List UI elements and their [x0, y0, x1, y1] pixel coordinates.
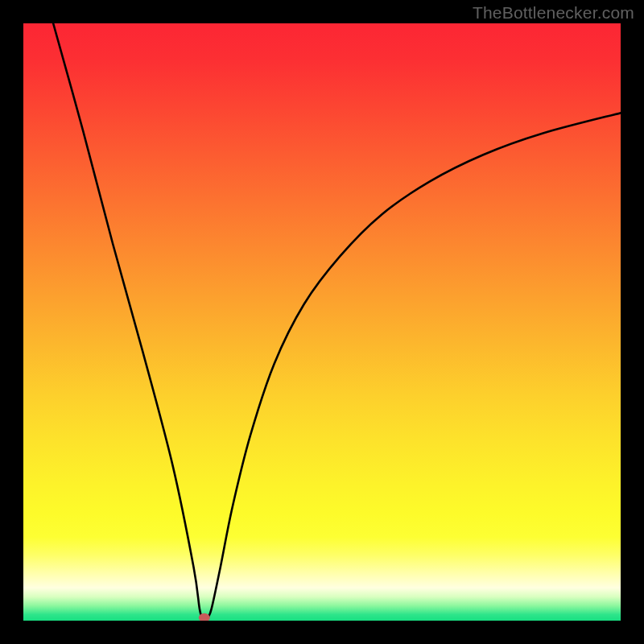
source-watermark: TheBottlenecker.com — [473, 3, 634, 23]
gradient-background — [23, 23, 621, 621]
plot-area — [23, 23, 621, 621]
bottleneck-chart — [23, 23, 621, 621]
chart-frame: TheBottlenecker.com — [0, 0, 644, 644]
